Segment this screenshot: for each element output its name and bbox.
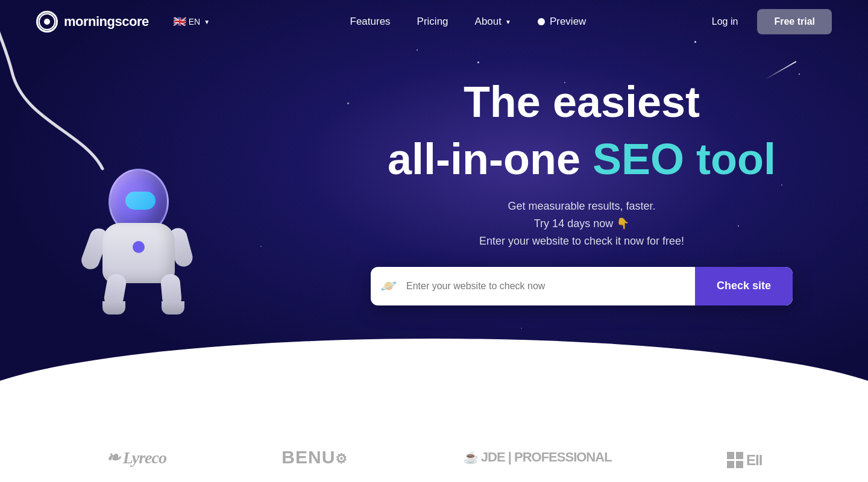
nav-links: Features Pricing About ▼ Preview: [234, 11, 702, 33]
logo-jde: ☕ JDE | PROFESSIONAL: [464, 449, 612, 465]
hero-curve: [0, 339, 868, 410]
chevron-down-icon: ▼: [204, 19, 210, 25]
astro-emblem: [133, 241, 145, 253]
svg-point-0: [39, 14, 55, 30]
logos-section: ❧ Lyreco BENU⚙ ☕ JDE | PROFESSIONAL EII: [0, 410, 868, 482]
astro-boot-right: [162, 301, 184, 315]
logo-area[interactable]: morningscore: [36, 11, 149, 33]
svg-point-1: [44, 19, 49, 24]
hero-title-accent: SEO tool: [593, 135, 776, 183]
logo-icon: [36, 11, 58, 33]
hero-subtitle: Get measurable results, faster. Try 14 d…: [371, 198, 793, 249]
astronaut: [36, 60, 265, 313]
hero-section: morningscore 🇬🇧 EN ▼ Features Pricing Ab…: [0, 0, 868, 410]
logo-lyreco: ❧ Lyreco: [106, 448, 166, 468]
nav-preview[interactable]: Preview: [527, 11, 597, 33]
astro-visor: [125, 192, 156, 210]
hero-title-line1: The easiest: [371, 78, 793, 126]
nav-features[interactable]: Features: [339, 11, 401, 33]
nav-pricing[interactable]: Pricing: [406, 11, 459, 33]
navbar: morningscore 🇬🇧 EN ▼ Features Pricing Ab…: [0, 0, 868, 43]
lang-label: EN: [189, 17, 200, 27]
astro-boot-left: [102, 301, 125, 315]
logo-eii: EII: [727, 446, 762, 469]
morningscore-logo-svg: [38, 12, 56, 31]
hero-title-line2: all-in-one SEO tool: [371, 136, 793, 183]
about-chevron-icon: ▼: [505, 19, 511, 25]
shooting-star: [764, 61, 796, 80]
logo-benu: BENU⚙: [281, 447, 348, 468]
website-check-form: 🪐 Check site: [371, 267, 793, 305]
login-button[interactable]: Log in: [702, 11, 748, 32]
nav-about[interactable]: About ▼: [464, 11, 522, 33]
hero-content: The easiest all-in-one SEO tool Get meas…: [371, 78, 793, 305]
search-icon-area: 🪐: [371, 267, 406, 305]
language-selector[interactable]: 🇬🇧 EN ▼: [173, 15, 210, 28]
nav-right: Log in Free trial: [702, 9, 832, 34]
planet-icon: 🪐: [380, 278, 397, 294]
flag-icon: 🇬🇧: [173, 15, 186, 28]
free-trial-button[interactable]: Free trial: [757, 9, 832, 34]
website-input[interactable]: [406, 267, 695, 305]
brand-name: morningscore: [64, 14, 149, 30]
preview-dot-icon: [538, 18, 545, 25]
check-site-button[interactable]: Check site: [695, 267, 793, 305]
